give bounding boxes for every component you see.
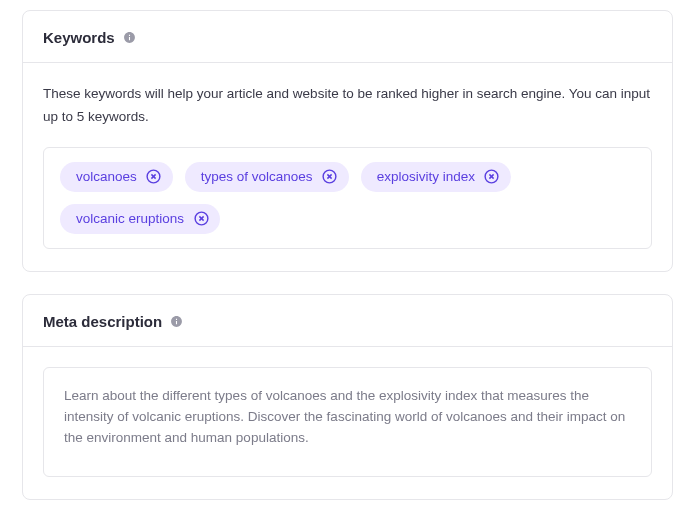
keywords-header: Keywords — [23, 11, 672, 63]
meta-title: Meta description — [43, 313, 162, 330]
meta-description-card: Meta description Learn about the differe… — [22, 294, 673, 500]
remove-keyword-icon[interactable] — [321, 168, 339, 186]
meta-description-textarea[interactable]: Learn about the different types of volca… — [43, 367, 652, 477]
meta-body: Learn about the different types of volca… — [23, 347, 672, 499]
keyword-tag-label: explosivity index — [377, 169, 475, 184]
keyword-tag: volcanoes — [60, 162, 173, 192]
keywords-helper-text: These keywords will help your article an… — [43, 83, 652, 129]
keyword-tag-label: volcanoes — [76, 169, 137, 184]
remove-keyword-icon[interactable] — [483, 168, 501, 186]
keywords-tag-container[interactable]: volcanoes types of volcanoes explosivity… — [43, 147, 652, 249]
remove-keyword-icon[interactable] — [192, 210, 210, 228]
meta-header: Meta description — [23, 295, 672, 347]
meta-description-text: Learn about the different types of volca… — [64, 386, 631, 449]
info-icon[interactable] — [123, 31, 136, 44]
keywords-title: Keywords — [43, 29, 115, 46]
keyword-tag-label: volcanic eruptions — [76, 211, 184, 226]
keywords-body: These keywords will help your article an… — [23, 63, 672, 271]
info-icon[interactable] — [170, 315, 183, 328]
remove-keyword-icon[interactable] — [145, 168, 163, 186]
keyword-tag: types of volcanoes — [185, 162, 349, 192]
keywords-card: Keywords These keywords will help your a… — [22, 10, 673, 272]
keyword-tag: volcanic eruptions — [60, 204, 220, 234]
keyword-tag-label: types of volcanoes — [201, 169, 313, 184]
keyword-tag: explosivity index — [361, 162, 511, 192]
